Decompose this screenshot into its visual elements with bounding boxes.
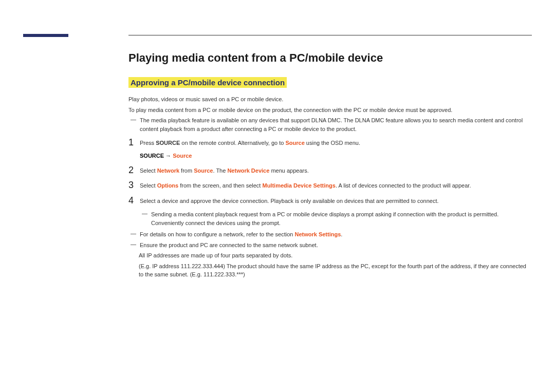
ip-note-2: (E.g. IP address 111.222.333.444) The pr… <box>128 262 532 279</box>
step-4: 4 Select a device and approve the device… <box>128 195 532 207</box>
step-text: Press SOURCE on the remote control. Alte… <box>140 137 360 147</box>
header-accent-bar <box>23 34 68 37</box>
intro-text-2: To play media content from a PC or mobil… <box>128 106 532 115</box>
step-number: 2 <box>128 165 140 176</box>
step-number: 4 <box>128 195 140 207</box>
ip-note-1: All IP addresses are made up of four par… <box>128 251 532 260</box>
step-number: 1 <box>128 137 140 148</box>
source-path: SOURCE → Source <box>128 153 532 159</box>
step-text: Select a device and approve the device c… <box>140 195 439 206</box>
section-subtitle: Approving a PC/mobile device connection <box>128 77 287 88</box>
step-text: Select Network from Source. The Network … <box>140 165 309 175</box>
step-text: Select Options from the screen, and then… <box>140 180 471 190</box>
note-subnet: Ensure the product and PC are connected … <box>128 241 532 250</box>
note-network-settings: For details on how to configure a networ… <box>128 230 532 239</box>
intro-text-1: Play photos, videos or music saved on a … <box>128 95 532 104</box>
step-number: 3 <box>128 180 140 191</box>
page-content: Playing media content from a PC/mobile d… <box>128 51 532 281</box>
note-dlna: The media playback feature is available … <box>128 116 532 133</box>
step-2: 2 Select Network from Source. The Networ… <box>128 165 532 176</box>
page-title: Playing media content from a PC/mobile d… <box>128 51 532 65</box>
step-1: 1 Press SOURCE on the remote control. Al… <box>128 137 532 148</box>
note-prompt: Sending a media content playback request… <box>140 210 532 227</box>
step-3: 3 Select Options from the screen, and th… <box>128 180 532 191</box>
header-divider-line <box>128 35 532 35</box>
